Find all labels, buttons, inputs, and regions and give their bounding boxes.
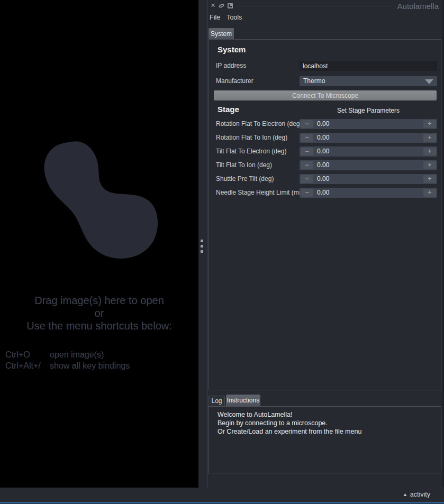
tab-system[interactable]: System	[209, 28, 234, 39]
spinbox-rotation-flat-to-electron: − 0.00 +	[300, 119, 437, 129]
decrement-button[interactable]: −	[301, 134, 313, 142]
status-bar: ▲ activity	[0, 488, 444, 502]
panel-splitter-handle[interactable]	[198, 0, 208, 488]
close-icon[interactable]: ✕	[210, 2, 216, 9]
chevron-down-icon	[425, 79, 433, 84]
spinbox-value[interactable]: 0.00	[317, 119, 329, 129]
spinbox-value[interactable]: 0.00	[317, 146, 329, 157]
titlebar-drag-line	[237, 6, 396, 6]
spinbox-tilt-flat-to-electron: − 0.00 +	[300, 146, 437, 157]
canvas-drop-hint: Drag image(s) here to open or Use the me…	[0, 294, 198, 332]
dock-widget-panel: ✕ Autolamella File Tools System System I…	[208, 0, 442, 488]
stage-row-label: Shuttle Pre Tilt (deg)	[216, 174, 274, 184]
spinbox-needle-stage-height-limit: − 0.00 +	[300, 188, 437, 198]
manufacturer-selected-value: Thermo	[303, 77, 325, 85]
instructions-line: Welcome to AutoLamella!	[218, 410, 441, 419]
decrement-button[interactable]: −	[301, 189, 313, 197]
spinbox-value[interactable]: 0.00	[317, 160, 329, 170]
ip-address-label: IP address	[216, 61, 246, 71]
shortcut-action: show all key bindings	[50, 360, 130, 371]
increment-button[interactable]: +	[423, 148, 436, 155]
dock-titlebar: ✕ Autolamella	[208, 0, 442, 12]
increment-button[interactable]: +	[423, 120, 436, 128]
increment-button[interactable]: +	[423, 134, 436, 142]
spinbox-shuttle-pre-tilt: − 0.00 +	[300, 174, 437, 184]
stage-row-label: Tilt Flat To Electron (deg)	[216, 146, 286, 157]
spinbox-value[interactable]: 0.00	[317, 188, 329, 198]
shortcut-row: Ctrl+O open image(s)	[5, 349, 130, 360]
menu-file[interactable]: File	[208, 13, 225, 22]
stage-section-heading: Stage	[218, 105, 239, 114]
splitter-dot	[201, 240, 203, 242]
spinbox-value[interactable]: 0.00	[317, 133, 329, 143]
image-viewer-canvas[interactable]: Drag image(s) here to open or Use the me…	[0, 0, 198, 488]
decrement-button[interactable]: −	[301, 120, 313, 128]
instructions-line: Begin by connecting to a microscope.	[218, 419, 441, 427]
system-tab-pane: System IP address Manufacturer Thermo Co…	[209, 39, 441, 390]
increment-button[interactable]: +	[423, 189, 436, 197]
hint-line-1: Drag image(s) here to open	[0, 294, 198, 307]
spinbox-value[interactable]: 0.00	[317, 174, 329, 184]
shortcut-row: Ctrl+Alt+/ show all key bindings	[5, 360, 130, 371]
stage-row-label: Rotation Flat To Ion (deg)	[216, 133, 287, 143]
stage-row-label: Needle Stage Height Limit (mm)	[216, 188, 306, 198]
application-window: Drag image(s) here to open or Use the me…	[0, 0, 444, 504]
panel-title: Autolamella	[397, 2, 439, 11]
manufacturer-label: Manufacturer	[216, 76, 253, 86]
decrement-button[interactable]: −	[301, 161, 313, 169]
increment-button[interactable]: +	[423, 175, 436, 183]
spinbox-tilt-flat-to-ion: − 0.00 +	[300, 160, 437, 170]
increment-button[interactable]: +	[423, 161, 436, 169]
instructions-line: Or Create/Load an experiment from the fi…	[218, 427, 441, 436]
splitter-dot	[201, 250, 203, 253]
splitter-dot	[201, 245, 203, 248]
manufacturer-select[interactable]: Thermo	[300, 76, 437, 86]
spinbox-rotation-flat-to-ion: − 0.00 +	[300, 133, 437, 143]
hide-panel-icon[interactable]	[228, 3, 233, 8]
hint-line-2: or	[0, 307, 198, 319]
shortcut-keys: Ctrl+Alt+/	[5, 360, 50, 371]
napari-logo-watermark	[0, 0, 198, 488]
system-section-heading: System	[218, 45, 246, 54]
ip-address-input[interactable]	[300, 61, 437, 71]
instructions-pane: Welcome to AutoLamella! Begin by connect…	[208, 406, 441, 473]
keyboard-shortcuts-list: Ctrl+O open image(s) Ctrl+Alt+/ show all…	[5, 349, 130, 371]
float-panel-icon[interactable]	[218, 3, 225, 8]
chevron-up-icon: ▲	[403, 492, 407, 497]
activity-toggle-button[interactable]: ▲ activity	[403, 491, 430, 498]
shortcut-action: open image(s)	[50, 349, 104, 360]
decrement-button[interactable]: −	[301, 148, 313, 155]
tab-log[interactable]: Log	[209, 396, 225, 406]
menu-tools[interactable]: Tools	[225, 13, 247, 22]
decrement-button[interactable]: −	[301, 175, 313, 183]
activity-label: activity	[410, 491, 430, 498]
set-stage-parameters-label: Set Stage Parameters	[300, 107, 437, 114]
tab-instructions[interactable]: Instructions	[226, 395, 260, 406]
stage-row-label: Tilt Flat To Ion (deg)	[216, 160, 272, 170]
menu-bar: File Tools	[208, 12, 247, 23]
hint-line-3: Use the menu shortcuts below:	[0, 319, 198, 332]
shortcut-keys: Ctrl+O	[5, 349, 50, 360]
stage-row-label: Rotation Flat To Electron (deg)	[216, 119, 302, 129]
connect-to-microscope-button[interactable]: Connect To Microscope	[214, 90, 437, 100]
